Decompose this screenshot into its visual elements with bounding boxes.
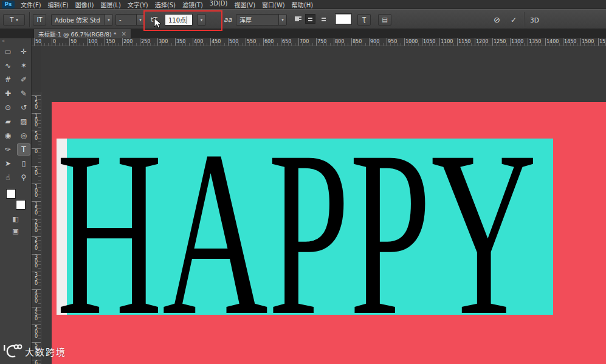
tool-preset-picker[interactable]: T ▾: [3, 14, 25, 26]
move-icon: ✛: [21, 48, 27, 55]
history-brush-tool[interactable]: ↺: [17, 101, 30, 114]
align-left-icon[interactable]: [293, 14, 303, 24]
h-ruler-label: 100: [88, 39, 97, 44]
eyedropper-tool[interactable]: ✐: [17, 74, 30, 86]
hand-icon: ☝: [5, 174, 10, 181]
zoom-icon: ⚲: [21, 174, 27, 181]
v-ruler-label: 250: [33, 237, 39, 250]
menu-item-2[interactable]: 图像(I): [75, 0, 95, 9]
toggle-panels-button[interactable]: ▤: [378, 14, 391, 26]
move-tool[interactable]: ✛: [17, 46, 30, 58]
path-selection-tool[interactable]: ➤: [1, 157, 15, 170]
quick-selection-tool[interactable]: ✶: [17, 60, 30, 72]
menu-item-6[interactable]: 滤镜(T): [182, 0, 204, 9]
gradient-tool[interactable]: ▨: [17, 115, 30, 128]
eraser-tool[interactable]: ▰: [1, 115, 15, 128]
chevron-down-icon: ▾: [201, 18, 203, 22]
cancel-edits-button[interactable]: ⊘: [494, 14, 500, 26]
h-ruler-label: 550: [247, 39, 256, 44]
crop-tool[interactable]: #: [1, 74, 15, 86]
font-size-input[interactable]: 110点: [165, 14, 193, 26]
align-center-icon[interactable]: [305, 14, 315, 24]
quick-selection-icon: ✶: [21, 62, 27, 69]
menu-item-8[interactable]: 视图(V): [233, 0, 256, 9]
text-color-swatch[interactable]: [336, 14, 351, 24]
chevron-down-icon[interactable]: ▾: [278, 15, 286, 25]
clone-stamp-tool[interactable]: ⊙: [1, 101, 15, 114]
menu-item-7[interactable]: 3D(D): [209, 0, 229, 9]
panels-icon: ▤: [382, 16, 387, 23]
foreground-color-swatch[interactable]: [6, 189, 16, 199]
menubar-items: 文件(F)编辑(E)图像(I)图层(L)文字(Y)选择(S)滤镜(T)3D(D)…: [20, 0, 314, 9]
clone-stamp-icon: ⊙: [5, 104, 11, 111]
h-ruler-label: 900: [370, 39, 379, 44]
document-canvas[interactable]: HAPPY: [52, 102, 606, 364]
v-ruler-label: 300: [33, 255, 39, 267]
h-ruler-label: 750: [317, 39, 326, 44]
font-family-select[interactable]: Adobe 仿宋 Std ▾: [51, 14, 113, 26]
h-ruler-label: 1400: [546, 39, 559, 44]
commit-edits-button[interactable]: ✓: [511, 14, 517, 26]
document-tab[interactable]: 未标题-1 @ 66.7%(RGB/8) * ×: [33, 29, 131, 38]
menu-item-4[interactable]: 文字(Y): [127, 0, 149, 9]
warp-text-button[interactable]: Ʈ: [357, 14, 371, 26]
dodge-tool[interactable]: ◎: [17, 129, 30, 142]
healing-brush-icon: ✚: [5, 90, 11, 97]
v-ruler-label: 600: [33, 360, 39, 364]
vertical-ruler[interactable]: 1501005005010015020025030035040045050055…: [32, 92, 41, 364]
watermark: 大数跨境: [2, 343, 66, 359]
rectangular-marquee-icon: ▭: [4, 48, 11, 55]
history-brush-icon: ↺: [21, 104, 27, 111]
rectangular-marquee-tool[interactable]: ▭: [1, 46, 15, 58]
chevron-down-icon[interactable]: ▾: [136, 15, 144, 25]
3d-button[interactable]: 3D: [530, 14, 539, 26]
h-ruler-label: 500: [229, 39, 238, 44]
v-ruler-label: 200: [33, 219, 39, 232]
h-ruler-label: 800: [335, 39, 344, 44]
menu-item-0[interactable]: 文件(F): [20, 0, 42, 9]
healing-brush-tool[interactable]: ✚: [1, 88, 15, 100]
antialias-select[interactable]: 浑厚 ▾: [236, 14, 287, 26]
zoom-tool[interactable]: ⚲: [17, 171, 30, 184]
font-size-dropdown-arrow[interactable]: ▾: [198, 14, 205, 26]
tools-panel: « ▭✛∿✶#✐✚✎⊙↺▰▨◉◎✑T➤▯☝⚲ ◧▣: [0, 38, 32, 364]
rectangle-tool[interactable]: ▯: [17, 157, 30, 170]
hand-tool[interactable]: ☝: [1, 171, 15, 184]
headline-layer: HAPPY: [52, 102, 606, 364]
horizontal-ruler[interactable]: 5005010015020025030035040045050055060065…: [32, 38, 606, 46]
screen-mode-icon[interactable]: ▣: [12, 227, 18, 235]
text-orientation-toggle[interactable]: IT: [33, 14, 46, 26]
h-ruler-label: 600: [264, 39, 274, 44]
v-ruler-label: 0: [33, 149, 39, 153]
v-ruler-label: 450: [33, 307, 39, 320]
menu-item-9[interactable]: 窗口(W): [261, 0, 286, 9]
font-style-select[interactable]: - ▾: [115, 14, 145, 26]
h-ruler-label: 1000: [405, 39, 418, 44]
background-color-swatch[interactable]: [16, 200, 26, 210]
close-tab-icon[interactable]: ×: [122, 30, 126, 37]
h-ruler-label: 0: [53, 39, 56, 44]
quick-mask-icon[interactable]: ◧: [12, 215, 18, 223]
lasso-tool[interactable]: ∿: [1, 60, 15, 72]
chevron-down-icon[interactable]: ▾: [105, 15, 112, 25]
eraser-icon: ▰: [5, 118, 10, 125]
h-ruler-label: 1100: [441, 39, 453, 44]
pen-tool[interactable]: ✑: [1, 143, 15, 156]
font-family-value: Adobe 仿宋 Std: [55, 15, 100, 24]
menu-item-5[interactable]: 选择(S): [154, 0, 176, 9]
headline-text[interactable]: HAPPY: [57, 102, 537, 364]
font-size-value: 110点: [168, 15, 186, 24]
h-ruler-label: 850: [353, 39, 362, 44]
blur-tool[interactable]: ◉: [1, 129, 15, 142]
pen-icon: ✑: [5, 146, 11, 153]
text-caret: [187, 16, 187, 24]
menu-item-3[interactable]: 图层(L): [100, 0, 121, 9]
align-right-icon[interactable]: [317, 14, 328, 24]
menu-item-1[interactable]: 编辑(E): [47, 0, 69, 9]
brush-tool[interactable]: ✎: [17, 88, 30, 100]
document-title: 未标题-1 @ 66.7%(RGB/8) *: [38, 30, 117, 38]
menu-item-10[interactable]: 帮助(H): [291, 0, 314, 9]
type-tool-icon: T: [10, 16, 13, 23]
tools-panel-header[interactable]: «: [0, 38, 31, 44]
type-tool[interactable]: T: [17, 143, 30, 156]
